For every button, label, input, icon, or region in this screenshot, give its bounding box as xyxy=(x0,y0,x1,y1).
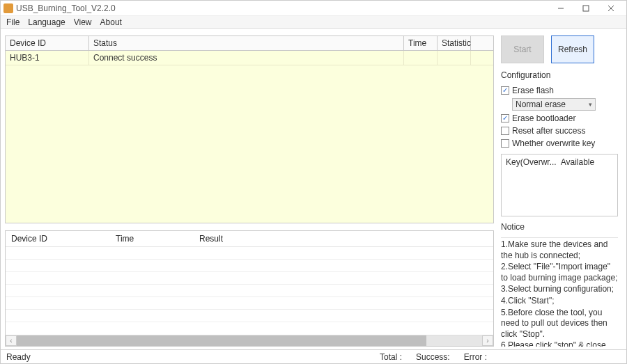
result-header: Device ID Time Result xyxy=(6,231,493,247)
svg-rect-1 xyxy=(583,6,589,11)
th2-result[interactable]: Result xyxy=(199,234,488,244)
th2-time[interactable]: Time xyxy=(116,234,199,244)
erase-flash-checkbox[interactable] xyxy=(501,86,509,95)
table-row[interactable] xyxy=(6,247,493,260)
configuration-group: Erase flash Normal erase ▾ Erase bootloa… xyxy=(501,86,618,148)
table-row[interactable] xyxy=(6,285,493,297)
table-row[interactable] xyxy=(6,310,493,322)
menu-language[interactable]: Language xyxy=(24,17,69,27)
th-blank xyxy=(471,36,493,50)
scroll-thumb[interactable] xyxy=(17,335,426,346)
table-row[interactable] xyxy=(6,272,493,285)
device-status-table: Device ID Status Time Statistic HUB3-1 C… xyxy=(5,35,494,223)
window-title: USB_Burning_Tool_V2.2.0 xyxy=(16,3,116,13)
key-list: Key(Overwr... Available xyxy=(501,154,618,216)
scroll-left-arrow-icon[interactable]: ‹ xyxy=(6,335,17,346)
status-ready: Ready xyxy=(3,352,33,362)
menubar: File Language View About xyxy=(1,16,626,29)
titlebar: USB_Burning_Tool_V2.2.0 xyxy=(1,1,626,16)
notice-line: 6.Please click "stop" & close xyxy=(501,340,618,347)
device-status-body: HUB3-1 Connect success xyxy=(6,51,493,223)
menu-about[interactable]: About xyxy=(96,17,126,27)
maximize-button[interactable] xyxy=(573,1,598,16)
notice-line: 5.Before close the tool, you need to pul… xyxy=(501,308,618,340)
notice-line: 3.Select burning configuration; xyxy=(501,284,618,295)
horizontal-scrollbar[interactable]: ‹ › xyxy=(6,335,493,346)
th-device-id[interactable]: Device ID xyxy=(6,36,89,50)
close-button[interactable] xyxy=(598,1,624,16)
overwrite-key-checkbox[interactable] xyxy=(501,139,509,148)
scroll-track[interactable] xyxy=(17,335,482,346)
app-icon xyxy=(3,3,13,13)
notice-line: 4.Click "Start"; xyxy=(501,296,618,307)
th-status[interactable]: Status xyxy=(89,36,404,50)
left-column: Device ID Status Time Statistic HUB3-1 C… xyxy=(5,35,494,347)
overwrite-key-label: Whether overwrite key xyxy=(512,139,595,148)
menu-view[interactable]: View xyxy=(70,17,96,27)
status-success: Success: xyxy=(413,352,453,362)
erase-mode-value: Normal erase xyxy=(516,100,566,109)
device-status-header: Device ID Status Time Statistic xyxy=(6,36,493,51)
erase-flash-row[interactable]: Erase flash xyxy=(501,86,618,95)
result-body xyxy=(6,247,493,335)
right-panel: Start Refresh Configuration Erase flash … xyxy=(501,35,618,347)
table-row[interactable] xyxy=(6,297,493,310)
notice-line: 2.Select "File"-"Import image" to load b… xyxy=(501,262,618,283)
erase-mode-select[interactable]: Normal erase ▾ xyxy=(512,98,596,111)
cell-device-id: HUB3-1 xyxy=(6,51,89,65)
minimize-button[interactable] xyxy=(548,1,573,16)
th-time[interactable]: Time xyxy=(404,36,438,50)
action-buttons: Start Refresh xyxy=(501,35,618,63)
th2-device-id[interactable]: Device ID xyxy=(11,234,116,244)
configuration-title: Configuration xyxy=(501,70,618,80)
table-row[interactable] xyxy=(6,260,493,272)
erase-flash-label: Erase flash xyxy=(512,86,554,95)
erase-bootloader-row[interactable]: Erase bootloader xyxy=(501,113,618,123)
th-statistic[interactable]: Statistic xyxy=(438,36,471,50)
scroll-right-arrow-icon[interactable]: › xyxy=(482,335,493,346)
notice-title: Notice xyxy=(501,222,618,232)
cell-time xyxy=(404,51,438,65)
status-error: Error : xyxy=(461,352,490,362)
overwrite-key-row[interactable]: Whether overwrite key xyxy=(501,139,618,148)
reset-after-row[interactable]: Reset after success xyxy=(501,126,618,136)
reset-after-label: Reset after success xyxy=(512,126,585,136)
erase-bootloader-checkbox[interactable] xyxy=(501,114,509,122)
cell-status: Connect success xyxy=(89,51,404,65)
chevron-down-icon: ▾ xyxy=(589,101,592,108)
reset-after-checkbox[interactable] xyxy=(501,127,509,135)
erase-bootloader-label: Erase bootloader xyxy=(512,113,575,123)
statusbar: Ready Total : Success: Error : xyxy=(1,349,626,363)
result-table: Device ID Time Result ‹ › xyxy=(5,230,494,347)
key-col1[interactable]: Key(Overwr... xyxy=(506,157,557,167)
notice-line: 1.Make sure the devices and the hub is c… xyxy=(501,239,618,261)
refresh-button[interactable]: Refresh xyxy=(551,35,594,63)
key-col2[interactable]: Available xyxy=(561,157,594,167)
table-row[interactable]: HUB3-1 Connect success xyxy=(6,51,493,65)
content-area: Device ID Status Time Statistic HUB3-1 C… xyxy=(1,29,626,349)
start-button[interactable]: Start xyxy=(501,35,544,63)
cell-stat xyxy=(438,51,471,65)
menu-file[interactable]: File xyxy=(2,17,24,27)
notice-body: 1.Make sure the devices and the hub is c… xyxy=(501,237,618,347)
status-total: Total : xyxy=(377,352,405,362)
